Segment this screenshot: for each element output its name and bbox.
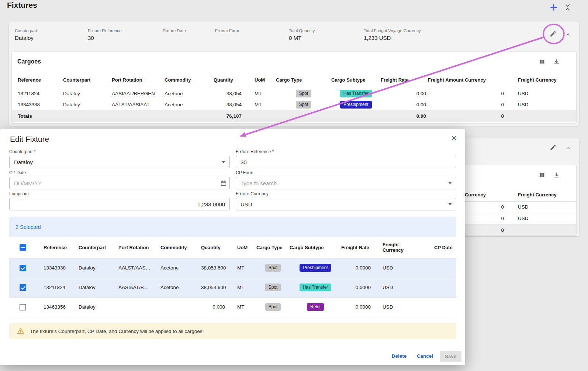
- col-uom: UoM: [243, 72, 276, 88]
- chevron-up-icon: [565, 31, 571, 38]
- close-icon[interactable]: ✕: [451, 134, 457, 143]
- cargoes-card: Cargoes Reference Counterpart Port Rotat…: [12, 52, 576, 123]
- cp-date-label: CP Date: [9, 170, 230, 175]
- col-freight-currency: Freight Currency: [506, 188, 576, 201]
- collapse-all-icon[interactable]: [564, 3, 572, 11]
- col-quantity: Quantity: [214, 72, 243, 88]
- row-checkbox[interactable]: [20, 265, 26, 271]
- cp-form-search-input[interactable]: [236, 177, 456, 189]
- cargo-subtype-badge: Preshipment: [340, 101, 371, 109]
- modal-cargoes-table: Reference Counterpart Port Rotation Comm…: [9, 237, 456, 317]
- chevron-up-icon: [565, 145, 571, 151]
- cargo-type-badge: Spot: [265, 284, 281, 291]
- row-checkbox[interactable]: [20, 284, 26, 291]
- col-port-rotation: Port Rotation: [112, 72, 165, 88]
- warning-icon: [17, 327, 25, 335]
- add-fixture-button[interactable]: [549, 3, 558, 12]
- cargo-subtype-badge: Relet: [307, 303, 324, 311]
- col-reference: Reference: [44, 237, 79, 258]
- download-icon[interactable]: [553, 58, 560, 65]
- cargo-subtype-badge: Has Transfer: [340, 90, 372, 97]
- edit-fixture-button[interactable]: [550, 30, 557, 37]
- fixture-currency-label: Fixture Currency: [236, 191, 456, 196]
- chevron-down-icon: [448, 182, 452, 184]
- col-freight-amount-currency: Freight Amount Currency: [428, 72, 506, 88]
- totals-row: Totals 76,107 0.00 0: [12, 110, 576, 122]
- select-all-checkbox[interactable]: [20, 244, 26, 251]
- summary-field-fixture-form: Fixture Form: [215, 28, 239, 41]
- chevron-down-icon: [222, 161, 225, 163]
- lumpsum-input[interactable]: [9, 198, 230, 210]
- collapse-card-icon[interactable]: [565, 31, 571, 38]
- columns-icon[interactable]: [539, 172, 545, 178]
- col-cp-date: CP Date: [417, 237, 456, 258]
- col-port-rotation: Port Rotation: [118, 237, 160, 258]
- counterpart-select[interactable]: [9, 156, 230, 168]
- cargo-type-badge: Spot: [296, 101, 312, 109]
- lumpsum-label: Lumpsum: [9, 191, 230, 196]
- fixture-reference-input[interactable]: [236, 156, 456, 168]
- summary-field-fixture-date: Fixture Date: [163, 28, 186, 41]
- delete-button[interactable]: Delete: [388, 353, 410, 359]
- modal-cargo-row[interactable]: 13463356 Dataloy 0.000 MT Spot Relet 0.0…: [9, 297, 456, 317]
- col-cargo-subtype: Cargo Subtype: [331, 72, 381, 88]
- edit-fixture-button[interactable]: [550, 144, 557, 151]
- summary-field-total-quantity: Total Quantity 0 MT: [289, 28, 315, 41]
- cargo-type-badge: Spot: [265, 303, 281, 311]
- counterpart-field: Counterpart *: [9, 149, 230, 168]
- pencil-icon: [550, 144, 557, 151]
- cargo-subtype-badge: Preshipment: [300, 264, 331, 272]
- summary-field-total-freight-voyage-currency: Total Freight Voyage Currency 1,233 USD: [364, 28, 421, 41]
- warning-banner: The fixture's Counterpart, CP Date, and …: [9, 323, 456, 339]
- cargoes-header-row: Reference Counterpart Port Rotation Comm…: [12, 72, 576, 88]
- cp-date-input[interactable]: [9, 177, 230, 189]
- col-freight-rate: Freight Rate: [381, 72, 428, 88]
- cp-date-field: CP Date: [9, 170, 230, 189]
- lumpsum-field: Lumpsum: [9, 191, 230, 210]
- col-commodity: Commodity: [160, 237, 201, 258]
- cargoes-title: Cargoes: [17, 58, 41, 65]
- col-cargo-type: Cargo Type: [256, 237, 290, 258]
- edit-fixture-modal: Edit Fixture ✕ Counterpart * Fixture Ref…: [0, 129, 465, 365]
- pencil-icon: [550, 30, 557, 37]
- page-title: Fixtures: [7, 1, 37, 10]
- selection-bar: 2 Selected: [9, 217, 456, 237]
- col-uom: UoM: [227, 237, 256, 258]
- cargo-row[interactable]: 13211824 Dataloy AASIAAT/BERGEN Acetone …: [12, 88, 576, 99]
- columns-icon[interactable]: [539, 58, 545, 65]
- fixture-reference-label: Fixture Reference *: [236, 149, 456, 154]
- modal-cargo-row[interactable]: 13211824 Dataloy AASIAAT/B… Acetone 38,0…: [9, 278, 456, 297]
- cargo-type-badge: Spot: [265, 264, 281, 272]
- collapse-card-icon[interactable]: [565, 145, 571, 151]
- summary-field-fixture-reference: Fixture Reference 30: [88, 28, 121, 41]
- col-counterpart: Counterpart: [79, 237, 118, 258]
- cancel-button[interactable]: Cancel: [414, 353, 436, 359]
- chevron-down-icon: [448, 203, 452, 205]
- col-freight-rate: Freight Rate: [341, 237, 373, 258]
- calendar-icon[interactable]: [220, 180, 227, 186]
- cargo-row[interactable]: 13343338 Dataloy AALST/AASIAAT Acetone 3…: [12, 99, 576, 110]
- cargo-subtype-badge: Has Transfer: [300, 284, 332, 291]
- cargo-type-badge: Spot: [296, 90, 312, 97]
- modal-title: Edit Fixture: [10, 135, 49, 144]
- download-icon[interactable]: [553, 172, 560, 178]
- warning-text: The fixture's Counterpart, CP Date, and …: [30, 329, 204, 334]
- col-commodity: Commodity: [165, 72, 214, 88]
- modal-header-row: Reference Counterpart Port Rotation Comm…: [9, 237, 456, 258]
- plus-icon: [549, 3, 558, 12]
- col-reference: Reference: [12, 72, 63, 88]
- save-button[interactable]: Save: [440, 351, 461, 362]
- cp-form-field: CP Form: [236, 170, 456, 189]
- fixture-card: Counterpart Dataloy Fixture Reference 30…: [9, 22, 579, 126]
- modal-cargo-row[interactable]: 13343338 Dataloy AALST/AAS… Acetone 38,0…: [9, 258, 456, 278]
- col-counterpart: Counterpart: [63, 72, 112, 88]
- col-cargo-type: Cargo Type: [276, 72, 331, 88]
- col-freight-currency: Freight Currency: [506, 72, 576, 88]
- selection-count: 2 Selected: [15, 224, 41, 230]
- counterpart-label: Counterpart *: [9, 149, 230, 154]
- summary-field-counterpart: Counterpart Dataloy: [15, 28, 37, 41]
- row-checkbox[interactable]: [20, 304, 26, 310]
- fixture-currency-field: Fixture Currency: [236, 191, 456, 210]
- fixture-currency-select[interactable]: [236, 198, 456, 210]
- col-cargo-subtype: Cargo Subtype: [290, 237, 341, 258]
